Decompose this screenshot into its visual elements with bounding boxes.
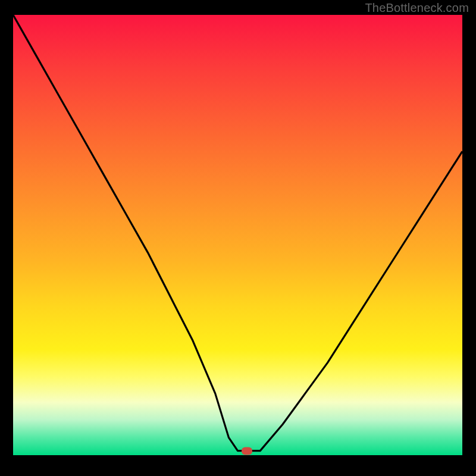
bottleneck-curve xyxy=(13,15,462,455)
watermark-label: TheBottleneck.com xyxy=(365,1,469,15)
plot-area xyxy=(13,15,462,455)
optimal-point-marker xyxy=(242,447,252,455)
chart-container: TheBottleneck.com xyxy=(0,0,476,476)
